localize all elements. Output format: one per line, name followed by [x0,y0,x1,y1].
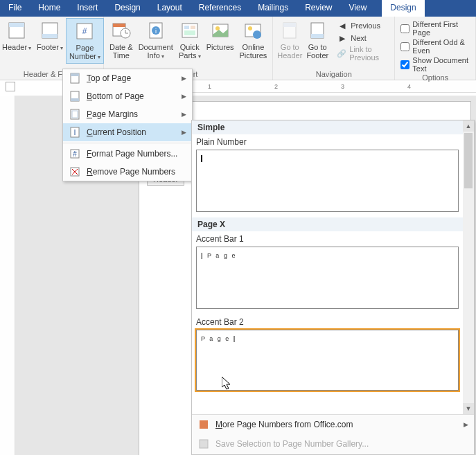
menu-page-margins[interactable]: Page Margins ▶ [63,105,192,123]
menu-top-of-page[interactable]: Top of Page ▶ [63,69,192,87]
show-document-text-label: Show Document Text [412,56,470,73]
scroll-up-button[interactable]: ▲ [463,121,474,132]
tab-review[interactable]: Review [297,0,340,17]
link-to-previous-label: Link to Previous [349,45,386,62]
gallery-item-label: Accent Bar 2 [192,314,463,328]
menu-current-position[interactable]: Current Position ▶ [63,123,192,141]
menu-format-page-numbers[interactable]: # Format Page Numbers... [63,145,192,163]
ruler-mark: 4 [407,83,411,90]
goto-header-label: Go to Header [277,43,302,60]
quick-parts-icon [179,19,201,42]
tab-references[interactable]: References [191,0,249,17]
previous-button[interactable]: ◀Previous [334,19,389,32]
gallery-body: Simple Plain Number Page X Accent Bar 1 … [192,121,463,414]
page-top-icon [69,72,81,84]
more-page-numbers-button[interactable]: More Page Numbers from Office.com ▶ [192,415,474,434]
page-number-icon: # [73,20,96,42]
svg-rect-16 [191,26,195,29]
chevron-right-icon: ▶ [182,111,186,118]
office-icon [197,418,210,431]
footer-button[interactable]: Footer [34,18,66,64]
svg-rect-1 [9,23,24,27]
tab-context-design[interactable]: Design [382,0,424,17]
svg-rect-26 [311,34,324,38]
menu-remove-page-numbers[interactable]: Remove Page Numbers [63,163,192,181]
gallery-footer: More Page Numbers from Office.com ▶ Save… [192,414,474,454]
goto-footer-button[interactable]: Go to Footer [303,18,331,61]
goto-header-button[interactable]: Go to Header [276,18,303,61]
date-time-icon [110,19,132,42]
tab-selector[interactable] [6,82,15,91]
show-document-text-checkbox[interactable]: Show Document Text [399,55,471,73]
svg-rect-28 [71,73,79,76]
page-bottom-icon [69,90,81,102]
date-time-button[interactable]: Date & Time [107,18,136,62]
gallery-preview: | P a g e [196,247,459,309]
page-number-button[interactable]: # Page Number [66,18,104,64]
tab-home[interactable]: Home [30,0,69,17]
scroll-down-button[interactable]: ▼ [463,403,474,414]
tab-mailings[interactable]: Mailings [249,0,297,17]
svg-rect-15 [184,26,189,29]
online-pictures-button[interactable]: Online Pictures [237,18,270,62]
format-icon: # [69,148,81,160]
pictures-icon [209,19,231,42]
ruler-mark: 1 [208,83,211,90]
menu-separator [63,143,192,143]
svg-rect-17 [184,30,195,35]
menu-format-label: Format Page Numbers... [87,149,177,159]
tab-design[interactable]: Design [106,0,148,17]
svg-text:i: i [155,28,157,35]
document-info-icon: i [145,19,167,42]
menu-bottom-of-page[interactable]: Bottom of Page ▶ [63,87,192,105]
chevron-right-icon: ▶ [182,93,186,100]
online-pictures-icon [242,19,264,42]
gallery-item-plain-number[interactable]: Plain Number [192,134,463,212]
previous-icon: ◀ [337,20,348,31]
footer-label: Footer [37,43,63,53]
ruler-mark: 2 [274,83,278,90]
different-first-page-checkbox[interactable]: Different First Page [399,19,471,37]
tab-insert[interactable]: Insert [69,0,106,17]
svg-rect-3 [42,34,58,38]
save-icon [197,438,210,450]
gallery-preview [196,150,459,212]
link-icon: 🔗 [337,48,346,59]
svg-rect-30 [71,98,79,101]
tab-layout[interactable]: Layout [149,0,191,17]
online-pictures-label: Online Pictures [240,43,267,60]
svg-point-22 [253,30,261,39]
pictures-button[interactable]: Pictures [204,18,237,62]
remove-icon [69,166,81,178]
menu-current-label: Current Position [87,127,146,137]
gallery-item-accent-bar-1[interactable]: Accent Bar 1 | P a g e [192,231,463,309]
gallery-item-accent-bar-2[interactable]: Accent Bar 2 P a g e | [192,314,463,391]
save-selection-label: Save Selection to Page Number Gallery... [215,439,369,449]
quick-parts-button[interactable]: Quick Parts [176,18,204,62]
vertical-ruler[interactable] [0,96,15,455]
svg-rect-7 [113,24,125,27]
different-odd-even-checkbox[interactable]: Different Odd & Even [399,37,471,55]
scroll-thumb[interactable] [464,133,473,188]
gallery-scrollbar[interactable]: ▲ ▼ [463,121,474,414]
gallery-category-simple: Simple [192,121,463,134]
document-info-button[interactable]: i Document Info [136,18,176,62]
header-button[interactable]: Header [0,18,34,64]
scroll-track[interactable] [463,132,474,403]
menu-bottom-label: Bottom of Page [87,91,144,101]
next-button[interactable]: ▶Next [334,32,389,44]
menu-margins-label: Page Margins [87,109,138,119]
tab-view[interactable]: View [341,0,376,17]
document-info-label: Document Info [139,43,173,61]
svg-rect-40 [200,420,208,429]
link-to-previous-button[interactable]: 🔗Link to Previous [334,44,389,62]
page-number-label: Page Number [69,44,100,62]
save-selection-button: Save Selection to Page Number Gallery... [192,434,474,454]
chevron-right-icon: ▶ [182,75,186,82]
page-number-menu: Top of Page ▶ Bottom of Page ▶ Page Marg… [62,69,193,181]
page-margins-icon [69,108,81,121]
svg-rect-41 [200,440,208,448]
gallery-item-label: Accent Bar 1 [192,231,463,245]
tab-file[interactable]: File [0,0,30,17]
goto-footer-icon [306,19,328,42]
